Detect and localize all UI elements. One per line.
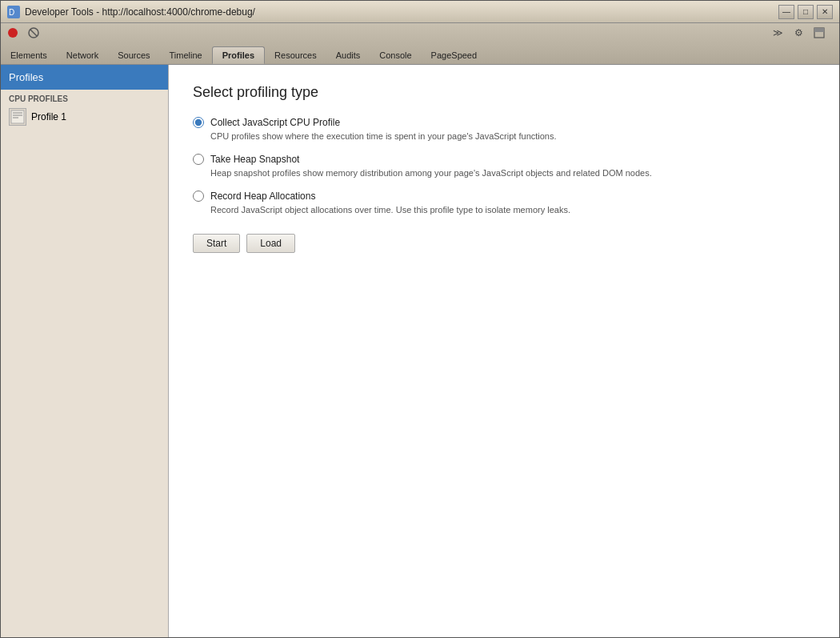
window-controls: — □ ✕ [778,5,833,19]
svg-text:D: D [9,8,14,17]
toolbar-wrapper: ≫ ⚙ Elements Network Sources Timeline [1,22,839,64]
svg-point-2 [8,28,18,38]
tab-sources[interactable]: Sources [108,46,159,64]
main-toolbar: ≫ ⚙ Elements Network Sources Timeline [1,23,839,65]
option-cpu-radio[interactable] [193,117,204,128]
option-cpu: Collect JavaScript CPU Profile CPU profi… [193,117,815,141]
tab-audits[interactable]: Audits [326,46,370,64]
tab-console[interactable]: Console [370,46,421,64]
tab-timeline[interactable]: Timeline [160,46,212,64]
toolbar-row1: ≫ ⚙ [1,22,839,43]
option-heap-snapshot-desc: Heap snapshot profiles show memory distr… [210,168,815,178]
profiling-options: Collect JavaScript CPU Profile CPU profi… [193,117,815,215]
tab-elements[interactable]: Elements [1,46,57,64]
console-toggle-icon[interactable]: ≫ [769,24,786,42]
profile-1-item[interactable]: Profile 1 [1,105,168,129]
load-button[interactable]: Load [246,234,295,253]
tab-network[interactable]: Network [57,46,108,64]
option-heap-alloc-title[interactable]: Record Heap Allocations [210,191,315,202]
toolbar-nav: Elements Network Sources Timeline Profil… [1,43,839,64]
svg-rect-7 [11,110,24,123]
option-heap-snapshot-title[interactable]: Take Heap Snapshot [210,154,299,165]
minimize-button[interactable]: — [778,5,794,19]
option-cpu-desc: CPU profiles show where the execution ti… [210,131,815,141]
content-area: Select profiling type Collect JavaScript… [169,65,839,637]
svg-rect-6 [814,28,824,32]
option-cpu-title[interactable]: Collect JavaScript CPU Profile [210,117,340,128]
option-heap-alloc-desc: Record JavaScript object allocations ove… [210,205,815,215]
option-heap-snapshot-label-row: Take Heap Snapshot [193,154,815,165]
tab-profiles[interactable]: Profiles [212,46,265,64]
toolbar-right-icons: ≫ ⚙ [769,24,834,42]
app-icon: D [7,6,20,18]
option-heap-snapshot: Take Heap Snapshot Heap snapshot profile… [193,154,815,178]
sidebar: Profiles CPU PROFILES Profile 1 [1,65,169,637]
option-heap-snapshot-radio[interactable] [193,154,204,165]
profile-1-label: Profile 1 [31,111,66,122]
option-heap-alloc-label-row: Record Heap Allocations [193,191,815,202]
undock-icon[interactable] [810,24,828,42]
nav-tabs: Elements Network Sources Timeline Profil… [1,43,486,64]
close-button[interactable]: ✕ [817,5,833,19]
svg-line-4 [30,30,37,36]
tab-resources[interactable]: Resources [265,46,326,64]
cpu-profiles-section-label: CPU PROFILES [1,90,168,105]
maximize-button[interactable]: □ [798,5,814,19]
window-title: Developer Tools - http://localhost:4000/… [25,6,778,18]
main-area: Profiles CPU PROFILES Profile 1 Select p… [1,65,839,637]
settings-icon[interactable]: ⚙ [790,24,807,42]
title-bar: D Developer Tools - http://localhost:400… [1,1,839,23]
profile-icon [9,108,26,126]
start-button[interactable]: Start [193,234,240,253]
tab-pagespeed[interactable]: PageSpeed [422,46,487,64]
devtools-window: D Developer Tools - http://localhost:400… [0,0,840,638]
action-buttons: Start Load [193,234,815,253]
profiles-header: Profiles [1,65,168,90]
option-cpu-label-row: Collect JavaScript CPU Profile [193,117,815,128]
option-heap-alloc-radio[interactable] [193,191,204,202]
record-button[interactable] [6,26,20,40]
page-title: Select profiling type [193,84,815,101]
clear-button[interactable] [26,26,41,40]
option-heap-alloc: Record Heap Allocations Record JavaScrip… [193,191,815,215]
